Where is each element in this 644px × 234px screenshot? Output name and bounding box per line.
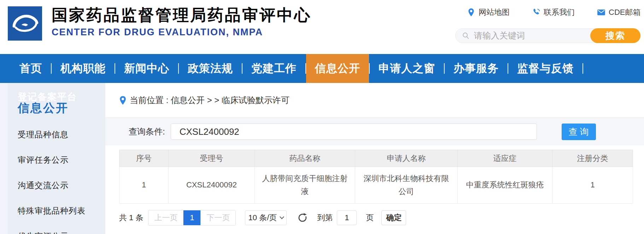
column-header-申请人名称: 申请人名称 (355, 150, 458, 167)
nav-item-党建工作[interactable]: 党建工作 (242, 54, 305, 83)
cde-logo (8, 6, 42, 41)
chevron-down-icon (280, 215, 284, 219)
nav-item-政策法规[interactable]: 政策法规 (179, 54, 242, 83)
table-cell: 人脐带间充质干细胞注射液 (255, 167, 355, 204)
map-pin-icon (467, 8, 476, 17)
table-header-row: 序号受理号药品名称申请人名称适应症注册分类 (119, 150, 633, 167)
sidebar-item-受理品种信息[interactable]: 受理品种信息 (0, 122, 105, 147)
current-page-button[interactable]: 1 (183, 210, 201, 225)
main-content: 当前位置 : 信息公开 > > 临床试验默示许可 查询条件: 查 询 序号受理号… (105, 83, 644, 234)
quick-link-CDE邮箱[interactable]: CDE邮箱 (597, 7, 640, 18)
sidebar-menu: 受理品种信息审评任务公示沟通交流公示特殊审批品种列表优先审评公示 (0, 122, 105, 234)
site-titles: 国家药品监督管理局药品审评中心 CENTER FOR DRUG EVALUATI… (52, 6, 311, 38)
column-header-药品名称: 药品名称 (255, 150, 355, 167)
table-cell: CXSL2400092 (169, 167, 255, 204)
quick-link-label: CDE邮箱 (609, 7, 640, 18)
page-size-select[interactable]: 10 条/页 (245, 210, 287, 225)
next-page-button[interactable]: 下一页 (201, 210, 235, 225)
phone-icon (532, 8, 541, 17)
pager-group: 上一页 1 下一页 (148, 210, 236, 226)
total-count: 共 1 条 (119, 212, 143, 223)
query-form: 查询条件: 查 询 (105, 118, 644, 145)
sidebar-platform-title: 登记备案平台 (18, 92, 105, 101)
column-header-序号: 序号 (119, 150, 169, 167)
sidebar-section-title: 信息公开 (18, 102, 105, 114)
table-cell: 1 (119, 167, 169, 204)
site-header: 国家药品监督管理局药品审评中心 CENTER FOR DRUG EVALUATI… (0, 0, 644, 54)
nav-item-新闻中心[interactable]: 新闻中心 (115, 54, 178, 83)
search-button[interactable]: 搜索 (590, 28, 640, 43)
jump-page-input[interactable] (337, 210, 357, 225)
quick-link-网站地图[interactable]: 网站地图 (467, 7, 510, 18)
refresh-icon[interactable] (297, 212, 308, 223)
results-table: 序号受理号药品名称申请人名称适应症注册分类 1CXSL2400092人脐带间充质… (119, 150, 633, 204)
page: 国家药品监督管理局药品审评中心 CENTER FOR DRUG EVALUATI… (0, 0, 644, 234)
nav-separator (582, 63, 583, 74)
table-cell: 1 (552, 167, 633, 204)
column-header-注册分类: 注册分类 (552, 150, 633, 167)
query-button[interactable]: 查 询 (562, 124, 596, 140)
jump-suffix: 页 (366, 212, 374, 223)
quick-links: 网站地图联系我们CDE邮箱 (467, 7, 640, 18)
column-header-适应症: 适应症 (458, 150, 552, 167)
nav-item-办事服务[interactable]: 办事服务 (445, 54, 508, 83)
quick-link-label: 网站地图 (479, 7, 510, 18)
sidebar: 登记备案平台 信息公开 受理品种信息审评任务公示沟通交流公示特殊审批品种列表优先… (0, 83, 105, 234)
table-cell: 中重度系统性红斑狼疮 (458, 167, 552, 204)
table-row: 1CXSL2400092人脐带间充质干细胞注射液深圳市北科生物科技有限公司中重度… (119, 167, 633, 204)
nav-item-申请人之窗[interactable]: 申请人之窗 (370, 54, 444, 83)
quick-link-label: 联系我们 (544, 7, 575, 18)
site-subtitle: CENTER FOR DRUG EVALUATION, NMPA (52, 27, 311, 38)
site-search: 搜索 (455, 28, 640, 43)
confirm-button[interactable]: 确定 (381, 210, 406, 225)
prev-page-button[interactable]: 上一页 (148, 210, 183, 225)
nav-item-监督与反馈[interactable]: 监督与反馈 (508, 54, 582, 83)
query-input[interactable] (171, 124, 537, 140)
sidebar-item-审评任务公示[interactable]: 审评任务公示 (0, 147, 105, 173)
nav-item-首页[interactable]: 首页 (11, 54, 51, 83)
quick-link-联系我们[interactable]: 联系我们 (532, 7, 575, 18)
breadcrumb-text: 当前位置 : 信息公开 > > 临床试验默示许可 (130, 95, 289, 106)
main-nav: 首页机构职能新闻中心政策法规党建工作信息公开申请人之窗办事服务监督与反馈 (0, 54, 644, 83)
body-row: 登记备案平台 信息公开 受理品种信息审评任务公示沟通交流公示特殊审批品种列表优先… (0, 83, 644, 234)
sidebar-item-特殊审批品种列表[interactable]: 特殊审批品种列表 (0, 198, 105, 223)
jump-prefix: 到第 (317, 212, 333, 223)
location-pin-icon (119, 96, 127, 105)
search-icon (462, 32, 470, 40)
query-label: 查询条件: (129, 126, 165, 137)
column-header-受理号: 受理号 (169, 150, 255, 167)
page-size-value: 10 条/页 (248, 212, 277, 223)
sidebar-item-沟通交流公示[interactable]: 沟通交流公示 (0, 173, 105, 198)
pagination: 共 1 条 上一页 1 下一页 10 条/页 到第 页 确定 (119, 210, 644, 226)
nav-item-机构职能[interactable]: 机构职能 (52, 54, 115, 83)
breadcrumb: 当前位置 : 信息公开 > > 临床试验默示许可 (105, 83, 644, 118)
nav-item-信息公开[interactable]: 信息公开 (306, 54, 369, 83)
site-title: 国家药品监督管理局药品审评中心 (52, 6, 311, 25)
table-cell: 深圳市北科生物科技有限公司 (355, 167, 458, 204)
mail-icon (597, 8, 606, 17)
sidebar-item-优先审评公示[interactable]: 优先审评公示 (0, 223, 105, 234)
